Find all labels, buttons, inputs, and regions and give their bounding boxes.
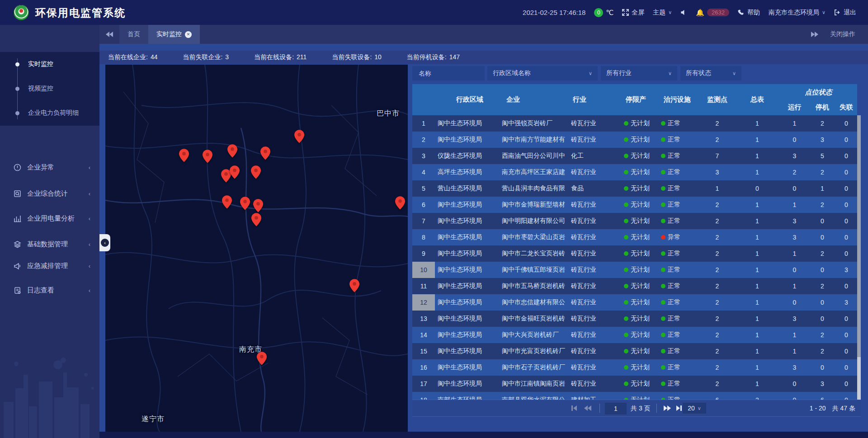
tab-home[interactable]: 首页 <box>119 25 148 44</box>
table-row[interactable]: 11 阆中生态环境局 阆中市五马桥页岩机砖 砖瓦行业 无计划 正常 2 1 1 … <box>412 278 857 294</box>
map-panel[interactable]: 巴中市 南充市 遂宁市 <box>105 65 408 432</box>
group-label: 点位状态 <box>780 88 857 97</box>
row-facility-status: 正常 <box>661 148 700 164</box>
table-row[interactable]: 1 阆中生态环境局 阆中强锐页岩砖厂 砖瓦行业 无计划 正常 2 1 1 2 0 <box>412 115 857 132</box>
row-region: 阆中生态环境局 <box>438 311 502 327</box>
status-dot-icon <box>661 300 665 305</box>
user-dropdown[interactable]: 南充市生态环境局 ∨ <box>769 9 826 17</box>
row-total-meters: 1 <box>735 311 780 327</box>
row-company: 阆中市五马桥页岩机砖 <box>502 278 569 294</box>
sidebar-item-video-monitoring[interactable]: 视频监控 <box>0 76 99 101</box>
status-dot-icon <box>624 268 628 272</box>
speaker-mute-icon[interactable] <box>680 9 687 16</box>
map-marker-pin[interactable] <box>230 165 240 179</box>
row-region: 阆中生态环境局 <box>438 262 502 278</box>
logout-button[interactable]: 退出 <box>834 9 856 17</box>
map-marker-pin[interactable] <box>253 199 263 212</box>
map-marker-pin[interactable] <box>251 165 261 179</box>
row-region: 南部生态环境局 <box>438 392 502 400</box>
tabs-scroll-left-button[interactable] <box>99 25 119 44</box>
stat-stopped-devices: 当前停机设备: 147 <box>407 53 460 61</box>
table-row[interactable]: 2 阆中生态环境局 阆中市南方节能建材有 砖瓦行业 无计划 正常 2 1 0 3… <box>412 132 857 148</box>
close-operations-button[interactable]: 关闭操作 <box>830 30 855 38</box>
map-marker-pin[interactable] <box>257 352 267 365</box>
chevron-left-icon: ‹ <box>101 239 109 247</box>
table-row[interactable]: 12 阆中生态环境局 阆中市忠信建材有限公 砖瓦行业 无计划 正常 2 1 0 … <box>412 294 857 311</box>
map-marker-pin[interactable] <box>260 146 270 160</box>
fullscreen-button[interactable]: 全屏 <box>622 9 644 17</box>
next-page-button[interactable] <box>664 400 671 416</box>
limit-status-text: 无计划 <box>631 201 650 209</box>
previous-page-button[interactable] <box>584 400 591 416</box>
row-region: 阆中生态环境局 <box>438 278 502 294</box>
first-page-button[interactable] <box>571 400 577 416</box>
table-row[interactable]: 6 阆中生态环境局 阆中市金博瑞新型墙材 砖瓦行业 无计划 正常 2 1 1 2… <box>412 197 857 213</box>
tab-realtime-monitoring[interactable]: 实时监控 ✕ <box>148 25 200 44</box>
map-marker-pin[interactable] <box>179 149 189 162</box>
submenu-label: 企业电力负荷明细 <box>28 109 79 117</box>
user-name: 南充市生态环境局 <box>769 9 819 17</box>
tabs-scroll-right-button[interactable] <box>811 32 818 37</box>
map-marker-pin[interactable] <box>251 213 261 226</box>
sidebar-item-log-view[interactable]: 日志查看 ‹ <box>0 281 99 300</box>
industry-filter-select[interactable]: 所有行业 ∨ <box>601 66 677 80</box>
sidebar-item-enterprise-anomaly[interactable]: 企业异常 ‹ <box>0 158 99 177</box>
sidebar-item-label: 企业用电量分析 <box>27 214 75 223</box>
table-row[interactable]: 8 阆中生态环境局 阆中市枣碧大梁山页岩 砖瓦行业 无计划 异常 2 1 3 0… <box>412 229 857 245</box>
table-row[interactable]: 14 阆中生态环境局 阆中大兴页岩机砖厂 砖瓦行业 无计划 正常 2 1 1 2… <box>412 327 857 343</box>
table-row[interactable]: 16 阆中生态环境局 阆中市石子页岩机砖厂 砖瓦行业 无计划 正常 2 1 3 … <box>412 359 857 376</box>
status-filter-select[interactable]: 所有状态 ∨ <box>680 66 741 80</box>
map-marker-pin[interactable] <box>294 130 304 143</box>
column-industry: 行业 <box>571 84 623 115</box>
row-stopped-count: 2 <box>809 327 835 343</box>
table-row[interactable]: 17 阆中生态环境局 阆中市江南镇阆南页岩 砖瓦行业 无计划 正常 2 1 0 … <box>412 376 857 392</box>
table-row[interactable]: 10 阆中生态环境局 阆中千佛镇五郎垭页岩 砖瓦行业 无计划 正常 2 1 0 … <box>412 262 857 278</box>
map-city-label: 巴中市 <box>377 109 400 118</box>
scrollbar-thumb[interactable] <box>857 115 861 357</box>
table-row[interactable]: 3 仪陇生态环境局 西南油气田分公司川中 化工 无计划 正常 7 1 3 5 0 <box>412 148 857 164</box>
sidebar-item-enterprise-statistics[interactable]: 企业综合统计 ‹ <box>0 184 99 203</box>
notifications-item[interactable]: 🔔 2632 <box>696 9 729 17</box>
row-total-meters: 1 <box>735 148 780 164</box>
name-filter-input-box[interactable] <box>412 66 485 80</box>
sidebar-item-base-data-management[interactable]: 基础数据管理 ‹ <box>0 235 99 254</box>
map-marker-pin[interactable] <box>227 144 237 158</box>
table-row[interactable]: 9 阆中生态环境局 阆中市二龙长宝页岩砖 砖瓦行业 无计划 正常 2 1 1 2… <box>412 245 857 262</box>
sidebar-item-realtime-monitoring[interactable]: 实时监控 <box>0 52 99 76</box>
table-row[interactable]: 7 阆中生态环境局 阆中明阳建材有限公司 砖瓦行业 无计划 正常 2 1 3 0… <box>412 213 857 229</box>
map-marker-pin[interactable] <box>349 279 359 292</box>
table-row[interactable]: 13 阆中生态环境局 阆中市金福旺页岩机砖 砖瓦行业 无计划 正常 2 1 3 … <box>412 311 857 327</box>
stat-label: 当前停机设备: <box>407 53 447 61</box>
page-number-input[interactable] <box>605 403 627 414</box>
table-vertical-scrollbar[interactable] <box>857 115 861 400</box>
sidebar-item-label: 应急减排管理 <box>27 262 68 270</box>
row-disconnected-count: 0 <box>835 376 857 392</box>
map-marker-pin[interactable] <box>240 197 250 210</box>
table-row[interactable]: 18 南部生态环境局 南部县双华水泥有限公 建材加工 无计划 正常 6 3 0 … <box>412 392 857 400</box>
table-row[interactable]: 15 阆中生态环境局 阆中市光富页岩机砖厂 砖瓦行业 无计划 正常 2 1 1 … <box>412 343 857 359</box>
last-page-button[interactable] <box>676 400 682 416</box>
chevron-down-icon: ∨ <box>698 405 701 411</box>
sidebar-collapse-handle[interactable]: ‹ <box>99 234 110 251</box>
sidebar-item-power-usage-analysis[interactable]: 企业用电量分析 ‹ <box>0 209 99 228</box>
row-total-meters: 1 <box>735 294 780 311</box>
map-marker-pin[interactable] <box>395 196 405 210</box>
page-size-select[interactable]: 20 ∨ <box>683 403 706 414</box>
table-row[interactable]: 5 营山生态环境局 营山县润丰肉食品有限 食品 无计划 正常 1 0 0 1 0 <box>412 180 857 197</box>
name-filter-input[interactable] <box>418 69 479 77</box>
status-dot-icon <box>661 154 665 158</box>
map-marker-pin[interactable] <box>203 150 212 163</box>
close-icon[interactable]: ✕ <box>185 31 192 38</box>
status-dot-icon <box>624 300 628 305</box>
region-filter-select[interactable]: 行政区域名称 ∨ <box>487 66 598 80</box>
row-region: 阆中生态环境局 <box>438 343 502 359</box>
sidebar-item-emergency-reduction[interactable]: 应急减排管理 ‹ <box>0 256 99 275</box>
row-stopped-count: 2 <box>809 278 835 294</box>
row-index: 10 <box>412 262 435 278</box>
help-button[interactable]: 帮助 <box>738 9 760 17</box>
row-facility-status: 正常 <box>661 294 700 311</box>
sidebar-item-power-load-detail[interactable]: 企业电力负荷明细 <box>0 101 99 125</box>
theme-dropdown[interactable]: 主题 ∨ <box>653 9 672 17</box>
map-marker-pin[interactable] <box>222 195 232 209</box>
table-row[interactable]: 4 高坪生态环境局 南充市高坪区王家店建 砖瓦行业 无计划 正常 3 1 2 2… <box>412 164 857 180</box>
